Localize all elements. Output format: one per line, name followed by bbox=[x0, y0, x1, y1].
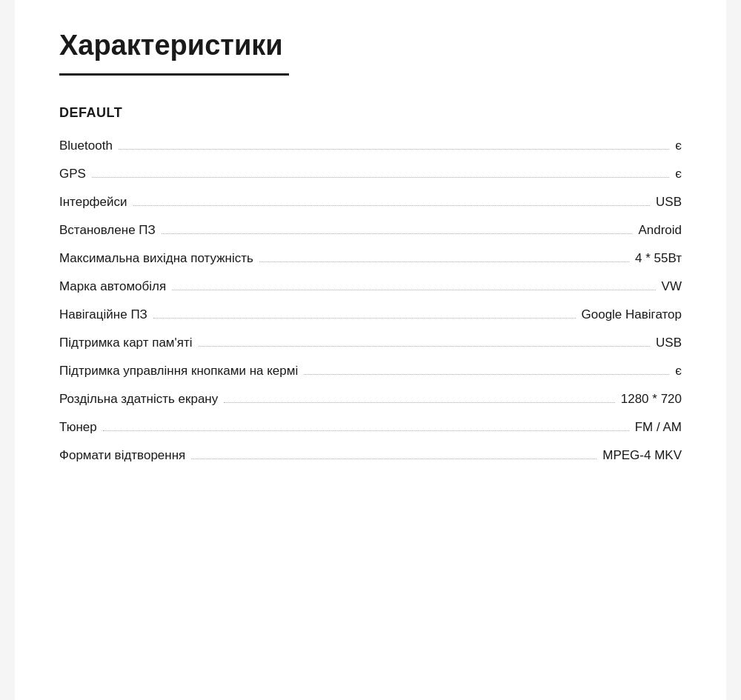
spec-row: Навігаційне ПЗGoogle Навігатор bbox=[59, 307, 682, 322]
spec-dots bbox=[224, 402, 615, 403]
spec-value: USB bbox=[656, 195, 682, 210]
spec-dots bbox=[119, 149, 669, 150]
page-title: Характеристики bbox=[59, 30, 682, 61]
spec-list: BluetoothєGPSєІнтерфейсиUSBВстановлене П… bbox=[59, 139, 682, 463]
spec-label: Максимальна вихідна потужність bbox=[59, 251, 253, 266]
spec-dots bbox=[133, 205, 650, 206]
spec-dots bbox=[259, 261, 629, 262]
spec-row: GPSє bbox=[59, 167, 682, 181]
spec-dots bbox=[153, 318, 576, 319]
spec-value: є bbox=[675, 364, 682, 379]
spec-label: Навігаційне ПЗ bbox=[59, 307, 147, 322]
spec-value: Google Навігатор bbox=[582, 307, 682, 322]
title-underline bbox=[59, 73, 289, 76]
spec-dots bbox=[199, 346, 650, 347]
spec-value: 1280 * 720 bbox=[621, 392, 682, 407]
spec-label: GPS bbox=[59, 167, 86, 181]
spec-value: MPEG-4 MKV bbox=[602, 448, 682, 463]
spec-row: Bluetoothє bbox=[59, 139, 682, 153]
spec-row: ТюнерFM / AM bbox=[59, 420, 682, 435]
spec-label: Тюнер bbox=[59, 420, 97, 435]
spec-dots bbox=[191, 459, 597, 459]
spec-label: Підтримка карт пам'яті bbox=[59, 336, 193, 350]
spec-row: Підтримка карт пам'ятіUSB bbox=[59, 336, 682, 350]
spec-row: Максимальна вихідна потужність4 * 55Вт bbox=[59, 251, 682, 266]
spec-label: Марка автомобіля bbox=[59, 279, 166, 294]
spec-value: USB bbox=[656, 336, 682, 350]
spec-row: Встановлене ПЗAndroid bbox=[59, 223, 682, 238]
spec-value: VW bbox=[662, 279, 682, 294]
spec-label: Встановлене ПЗ bbox=[59, 223, 156, 238]
spec-value: є bbox=[675, 139, 682, 153]
spec-dots bbox=[172, 290, 655, 290]
spec-value: FM / AM bbox=[635, 420, 682, 435]
spec-dots bbox=[92, 177, 669, 178]
spec-value: 4 * 55Вт bbox=[635, 251, 682, 266]
spec-row: Формати відтворенняMPEG-4 MKV bbox=[59, 448, 682, 463]
spec-dots bbox=[304, 374, 669, 375]
spec-row: Марка автомобіляVW bbox=[59, 279, 682, 294]
section-title: DEFAULT bbox=[59, 105, 682, 121]
page-container: Характеристики DEFAULT BluetoothєGPSєІнт… bbox=[15, 0, 726, 700]
spec-label: Роздільна здатність екрану bbox=[59, 392, 218, 407]
spec-row: ІнтерфейсиUSB bbox=[59, 195, 682, 210]
spec-row: Підтримка управління кнопками на керміє bbox=[59, 364, 682, 379]
spec-row: Роздільна здатність екрану1280 * 720 bbox=[59, 392, 682, 407]
spec-dots bbox=[162, 233, 633, 234]
spec-label: Підтримка управління кнопками на кермі bbox=[59, 364, 298, 379]
spec-dots bbox=[103, 430, 629, 431]
spec-value: є bbox=[675, 167, 682, 181]
spec-label: Інтерфейси bbox=[59, 195, 127, 210]
spec-label: Формати відтворення bbox=[59, 448, 185, 463]
spec-value: Android bbox=[638, 223, 682, 238]
spec-label: Bluetooth bbox=[59, 139, 113, 153]
